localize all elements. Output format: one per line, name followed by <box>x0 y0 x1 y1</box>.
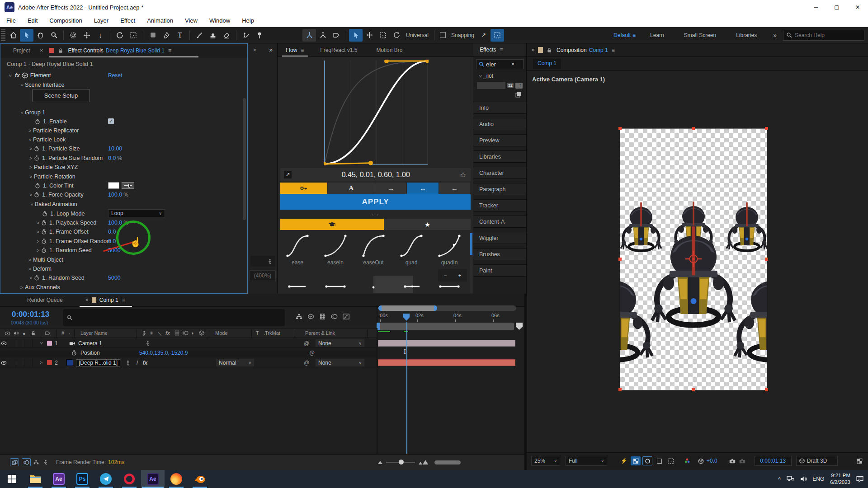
tab-render-queue[interactable]: Render Queue <box>27 297 63 303</box>
taskbar-after-effects-legacy[interactable]: Ae <box>47 470 71 488</box>
parent-dropdown[interactable]: None ∨ <box>316 339 364 347</box>
chevron-right-icon[interactable]: > <box>35 239 41 244</box>
menu-help[interactable]: Help <box>242 17 254 24</box>
playhead-line[interactable] <box>406 322 407 454</box>
tab-wiggler[interactable]: Wiggler <box>473 232 526 244</box>
camera-layer-duration-bar[interactable] <box>378 340 515 347</box>
ease-in-direction-button[interactable]: ← <box>439 183 470 194</box>
zoom-tool[interactable] <box>47 29 61 42</box>
handle-in[interactable] <box>368 161 373 165</box>
mask-visibility-button[interactable] <box>642 456 652 465</box>
stopwatch-icon[interactable] <box>41 220 47 225</box>
preset-scrollbar-thumb[interactable] <box>470 233 472 255</box>
tab-content-aware[interactable]: Content-A <box>473 216 526 228</box>
help-search[interactable] <box>783 30 864 41</box>
language-indicator[interactable]: ENG <box>812 476 824 482</box>
taskbar-blender[interactable] <box>188 470 212 488</box>
resolution-dropdown[interactable]: Full ∨ <box>566 456 607 466</box>
preset-ease[interactable]: ease <box>278 233 316 266</box>
param-random-seed[interactable]: > 1. Random Seed <box>28 273 85 282</box>
baked-animation-group[interactable]: > Baked Animation <box>28 200 77 209</box>
comp-tab-close-icon[interactable]: × <box>531 47 534 53</box>
param-value[interactable]: 0.0 <box>108 229 116 235</box>
chevron-right-icon[interactable]: > <box>28 174 34 179</box>
anchor-out[interactable] <box>425 60 429 63</box>
comp-frame[interactable] <box>620 129 767 390</box>
comp-breadcrumb[interactable]: Comp 1 <box>533 59 561 69</box>
navigator-view-region[interactable] <box>378 305 437 311</box>
tray-expand-icon[interactable]: ^ <box>778 476 781 483</box>
blend-mode-dropdown[interactable]: Normal ∨ <box>216 359 254 366</box>
timeline-search-input[interactable] <box>74 314 269 321</box>
layer-label-color[interactable] <box>47 360 52 365</box>
snap-options[interactable]: ↗ <box>477 29 491 42</box>
navigator-end-handle[interactable] <box>434 305 437 311</box>
tab-paint[interactable]: Paint <box>473 264 526 277</box>
action-center-icon[interactable] <box>856 476 863 483</box>
group1-row[interactable]: > Group 1 <box>19 108 45 117</box>
taskbar-file-explorer[interactable] <box>24 470 47 488</box>
close-button[interactable]: ✕ <box>847 0 868 14</box>
zoom-in-mountains-icon[interactable] <box>419 460 428 465</box>
stopwatch-icon[interactable] <box>42 211 47 216</box>
stopwatch-icon[interactable] <box>34 146 39 151</box>
selection-handle[interactable] <box>618 388 622 391</box>
param-frame-offset[interactable]: > 1. Frame Offset <box>35 227 89 236</box>
property-pickwhip-icon[interactable]: @ <box>309 350 315 356</box>
clear-search-icon[interactable]: × <box>511 61 514 67</box>
current-timecode[interactable]: 0:00:01:13 <box>12 310 49 319</box>
bezier-values[interactable]: 0.45, 0.01, 0.60, 1.00 <box>292 171 460 179</box>
effects-group-row[interactable]: > _ilot <box>477 73 526 79</box>
scene-interface-group[interactable]: > Scene Interface <box>19 80 65 89</box>
tab-composition[interactable]: Composition <box>557 47 587 53</box>
effect-element-row[interactable]: > fx Element <box>7 71 51 80</box>
particle-look-group[interactable]: > Particle Look <box>27 135 66 144</box>
tab-favorite-presets[interactable]: ★ <box>384 219 471 230</box>
guides-button[interactable] <box>666 456 676 465</box>
timeline-search[interactable] <box>63 309 285 326</box>
position-value[interactable]: 540.0,135.0,-1520.9 <box>139 350 188 356</box>
effects-search[interactable]: × <box>476 59 524 69</box>
universal-scale[interactable] <box>376 29 390 42</box>
preset-linear[interactable] <box>354 280 392 292</box>
ease-out-direction-button[interactable]: → <box>375 183 406 194</box>
stopwatch-icon[interactable] <box>41 248 47 253</box>
preset-easeout[interactable]: easeOut <box>354 233 392 266</box>
clone-stamp-tool[interactable] <box>206 29 220 42</box>
chevron-down-icon[interactable]: > <box>28 136 33 143</box>
preset-linear[interactable] <box>392 280 430 292</box>
stopwatch-icon[interactable] <box>71 350 77 356</box>
pen-tool[interactable] <box>160 29 173 42</box>
frame-blending-button[interactable] <box>316 314 328 319</box>
brainstorm-button[interactable] <box>33 460 39 465</box>
taskbar-after-effects-2022[interactable]: Ae <box>141 470 165 488</box>
preset-linear[interactable] <box>316 280 354 292</box>
motion-blur-switch[interactable] <box>22 458 31 466</box>
workspace-small-screen[interactable]: Small Screen <box>684 32 716 38</box>
menu-animation[interactable]: Animation <box>147 17 173 24</box>
dolly-camera-tool[interactable]: ↓ <box>94 29 107 42</box>
chevron-down-icon[interactable]: > <box>19 82 24 88</box>
chevron-right-icon[interactable]: > <box>28 156 34 161</box>
param-frame-offset-random[interactable]: > 1. Frame Offset Random <box>35 237 111 246</box>
bezier-curve-editor[interactable] <box>324 60 429 165</box>
param-value[interactable]: 0.0 <box>108 155 116 161</box>
expand-panel-icon[interactable]: » <box>269 46 273 53</box>
enable-checkbox[interactable]: ✓ <box>108 118 114 124</box>
start-button[interactable] <box>0 470 24 488</box>
taskbar-photoshop[interactable]: Ps <box>71 470 94 488</box>
preset-linear[interactable] <box>430 280 468 292</box>
navigator-start-handle[interactable] <box>378 305 382 311</box>
current-time-display[interactable]: 0:00:01:13 <box>755 456 792 466</box>
chevron-right-icon[interactable]: > <box>35 248 41 253</box>
stopwatch-icon[interactable] <box>34 155 39 161</box>
layer-name-box[interactable]: [Deep R...olid 1] <box>76 359 120 366</box>
solid-layer-duration-bar[interactable] <box>378 359 515 366</box>
chevron-right-icon[interactable]: > <box>19 285 25 290</box>
take-snapshot-button[interactable] <box>727 456 737 465</box>
tab-brushes[interactable]: Brushes <box>473 248 526 260</box>
menu-edit[interactable]: Edit <box>28 17 38 24</box>
param-value[interactable]: 100.0 <box>108 192 122 198</box>
time-ruler[interactable]: :00s 02s 04s 06s <box>377 313 525 322</box>
param-playback-speed[interactable]: > 1. Playback Speed <box>35 218 96 227</box>
